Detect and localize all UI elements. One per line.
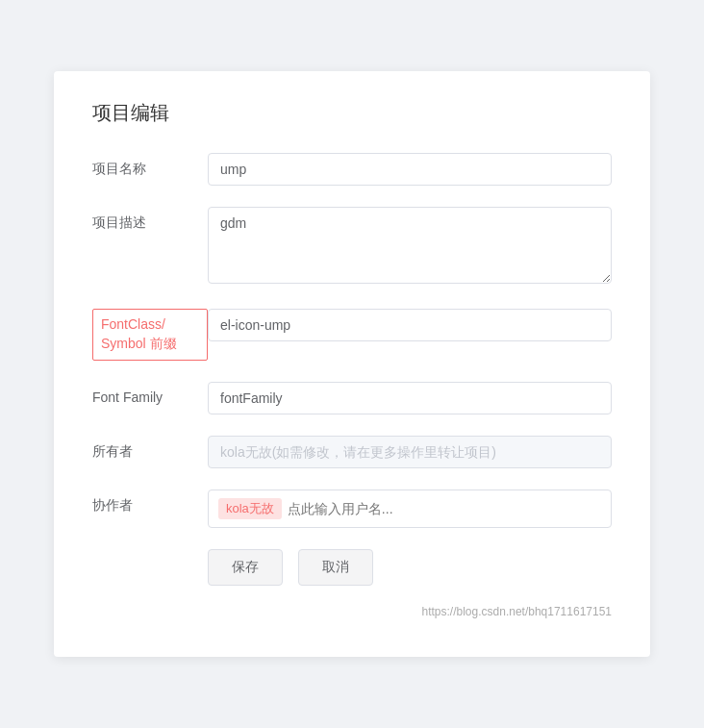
footer-link: https://blog.csdn.net/bhq1711617151 — [92, 605, 612, 618]
collaborator-row: 协作者 kola无故 — [92, 490, 612, 528]
font-family-label: Font Family — [92, 382, 208, 405]
collaborator-label: 协作者 — [92, 490, 208, 515]
project-desc-textarea[interactable]: gdm — [208, 207, 612, 284]
project-name-row: 项目名称 — [92, 153, 612, 186]
cancel-button[interactable]: 取消 — [298, 549, 373, 586]
project-desc-label: 项目描述 — [92, 207, 208, 232]
save-button[interactable]: 保存 — [208, 549, 283, 586]
font-family-control — [208, 382, 612, 414]
page-title: 项目编辑 — [92, 100, 612, 126]
collaborator-search-input[interactable] — [288, 501, 601, 516]
collaborator-control: kola无故 — [208, 490, 612, 528]
font-class-input[interactable] — [208, 309, 612, 341]
owner-input — [208, 436, 612, 468]
font-class-row: FontClass/Symbol 前缀 — [92, 309, 612, 360]
font-class-label: FontClass/Symbol 前缀 — [92, 309, 208, 360]
form-actions: 保存 取消 — [208, 549, 612, 586]
project-desc-control: gdm — [208, 207, 612, 288]
project-desc-row: 项目描述 gdm — [92, 207, 612, 288]
project-name-control — [208, 153, 612, 186]
owner-control — [208, 436, 612, 468]
owner-label: 所有者 — [92, 436, 208, 461]
owner-row: 所有者 — [92, 436, 612, 468]
font-family-row: Font Family — [92, 382, 612, 414]
font-class-control — [208, 309, 612, 341]
project-name-label: 项目名称 — [92, 153, 208, 178]
font-family-input[interactable] — [208, 382, 612, 414]
project-name-input[interactable] — [208, 153, 612, 186]
collaborator-tag-text: kola无故 — [226, 500, 274, 517]
collaborator-input-wrapper[interactable]: kola无故 — [208, 490, 612, 528]
collaborator-tag: kola无故 — [218, 498, 282, 519]
edit-form-card: 项目编辑 项目名称 项目描述 gdm FontClass/Symbol 前缀 F… — [54, 71, 650, 656]
